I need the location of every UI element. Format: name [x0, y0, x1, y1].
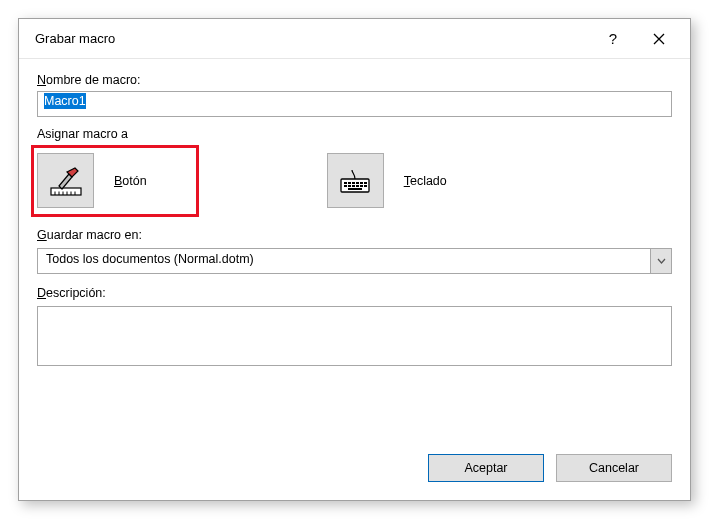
svg-rect-11: [356, 182, 359, 184]
cancel-button[interactable]: Cancelar: [556, 454, 672, 482]
assign-macro-row: Botón Teclado: [37, 153, 672, 208]
svg-rect-18: [360, 185, 363, 187]
dialog-footer: Aceptar Cancelar: [19, 438, 690, 500]
titlebar: Grabar macro ?: [19, 19, 690, 59]
close-icon: [653, 33, 665, 45]
assign-button-label: Botón: [114, 174, 147, 188]
help-button[interactable]: ?: [590, 19, 636, 59]
svg-rect-10: [352, 182, 355, 184]
dialog-title: Grabar macro: [35, 31, 590, 46]
macro-name-input[interactable]: Macro1: [37, 91, 672, 117]
record-macro-dialog: Grabar macro ? Nombre de macro: Macro1 A…: [18, 18, 691, 501]
svg-rect-14: [344, 185, 347, 187]
keyboard-icon: [338, 166, 372, 196]
svg-rect-17: [356, 185, 359, 187]
assign-to-keyboard[interactable]: [327, 153, 384, 208]
assign-macro-label: Asignar macro a: [37, 127, 672, 141]
store-macro-value: Todos los documentos (Normal.dotm): [37, 248, 672, 274]
chevron-down-icon: [650, 248, 672, 274]
svg-rect-13: [364, 182, 367, 184]
store-macro-select[interactable]: Todos los documentos (Normal.dotm): [37, 248, 672, 274]
store-macro-label: Guardar macro en:: [37, 228, 672, 242]
assign-button-option: Botón: [37, 153, 147, 208]
assign-keyboard-option: Teclado: [327, 153, 447, 208]
assign-keyboard-label: Teclado: [404, 174, 447, 188]
svg-rect-19: [364, 185, 367, 187]
assign-to-button[interactable]: [37, 153, 94, 208]
close-button[interactable]: [636, 19, 682, 59]
svg-rect-16: [352, 185, 355, 187]
dialog-content: Nombre de macro: Macro1 Asignar macro a: [19, 59, 690, 438]
macro-name-label: Nombre de macro:: [37, 73, 672, 87]
svg-rect-8: [344, 182, 347, 184]
svg-rect-15: [348, 185, 351, 187]
svg-rect-20: [348, 188, 362, 190]
hammer-toolbar-icon: [49, 166, 83, 196]
ok-button[interactable]: Aceptar: [428, 454, 544, 482]
description-input[interactable]: [37, 306, 672, 366]
svg-rect-12: [360, 182, 363, 184]
svg-rect-9: [348, 182, 351, 184]
macro-name-value: Macro1: [44, 93, 86, 109]
description-label: Descripción:: [37, 286, 672, 300]
